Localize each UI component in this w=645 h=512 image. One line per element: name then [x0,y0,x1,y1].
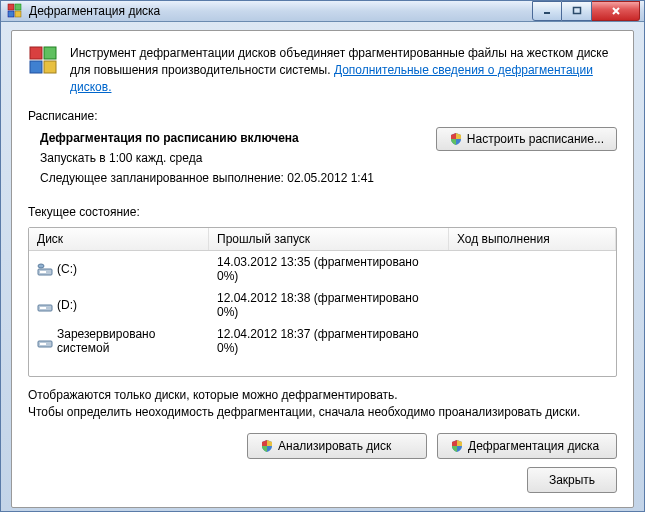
note-text: Отображаются только диски, которые можно… [28,387,617,421]
close-button[interactable] [592,1,640,21]
minimize-button[interactable] [532,1,562,21]
disk-name: (D:) [57,298,77,312]
drive-icon [37,297,53,313]
window-controls [532,1,640,21]
svg-rect-16 [40,343,46,345]
svg-rect-9 [44,61,56,73]
analyze-button-label: Анализировать диск [278,439,391,453]
svg-rect-11 [40,271,46,273]
svg-rect-6 [30,47,42,59]
drive-icon [37,333,53,349]
configure-schedule-button[interactable]: Настроить расписание... [436,127,617,151]
defrag-app-icon [7,3,23,19]
table-row[interactable]: (D:) 12.04.2012 18:38 (фрагментировано 0… [29,287,616,323]
svg-rect-14 [40,307,46,309]
svg-rect-5 [573,8,580,14]
defrag-large-icon [28,45,60,77]
disk-name: Зарезервировано системой [57,327,201,355]
table-row[interactable]: Зарезервировано системой 12.04.2012 18:3… [29,323,616,359]
info-text: Инструмент дефрагментации дисков объедин… [70,45,617,95]
col-progress[interactable]: Ход выполнения [449,228,616,250]
note-line-1: Отображаются только диски, которые можно… [28,387,617,404]
close-icon [610,6,622,16]
schedule-run-at: Запускать в 1:00 кажд. среда [40,151,617,165]
svg-rect-8 [30,61,42,73]
footer-buttons: Закрыть [28,467,617,493]
maximize-button[interactable] [562,1,592,21]
drive-icon [37,261,53,277]
shield-icon [449,132,463,146]
table-body: (C:) 14.03.2012 13:35 (фрагментировано 0… [29,251,616,359]
note-line-2: Чтобы определить неоходимость дефрагмент… [28,404,617,421]
defragment-disk-button[interactable]: Дефрагментация диска [437,433,617,459]
svg-rect-7 [44,47,56,59]
svg-rect-3 [15,11,21,17]
disk-last-run: 14.03.2012 13:35 (фрагментировано 0%) [217,255,441,283]
configure-schedule-label: Настроить расписание... [467,132,604,146]
action-buttons: Анализировать диск Дефрагментация диска [28,433,617,459]
col-last-run[interactable]: Прошлый запуск [209,228,449,250]
schedule-section-label: Расписание: [28,109,617,123]
shield-icon [260,439,274,453]
titlebar[interactable]: Дефрагментация диска [1,1,644,22]
col-disk[interactable]: Диск [29,228,209,250]
shield-icon [450,439,464,453]
analyze-disk-button[interactable]: Анализировать диск [247,433,427,459]
disk-last-run: 12.04.2012 18:37 (фрагментировано 0%) [217,327,441,355]
disk-name: (C:) [57,262,77,276]
svg-rect-0 [8,4,14,10]
schedule-next-run: Следующее запланированное выполнение: 02… [40,171,617,185]
svg-point-12 [38,264,44,268]
table-row[interactable]: (C:) 14.03.2012 13:35 (фрагментировано 0… [29,251,616,287]
close-button-label: Закрыть [549,473,595,487]
minimize-icon [542,6,552,16]
window-title: Дефрагментация диска [29,4,532,18]
state-section-label: Текущее состояние: [28,205,617,219]
defrag-button-label: Дефрагментация диска [468,439,599,453]
disk-last-run: 12.04.2012 18:38 (фрагментировано 0%) [217,291,441,319]
table-header: Диск Прошлый запуск Ход выполнения [29,228,616,251]
maximize-icon [572,6,582,16]
content-area: Инструмент дефрагментации дисков объедин… [11,30,634,508]
svg-rect-2 [8,11,14,17]
info-row: Инструмент дефрагментации дисков объедин… [28,45,617,95]
disk-table: Диск Прошлый запуск Ход выполнения (C:) … [28,227,617,377]
svg-rect-1 [15,4,21,10]
window-frame: Дефрагментация диска Инструмент дефра [0,0,645,512]
schedule-block: Настроить расписание... Дефрагментация п… [40,131,617,191]
close-dialog-button[interactable]: Закрыть [527,467,617,493]
